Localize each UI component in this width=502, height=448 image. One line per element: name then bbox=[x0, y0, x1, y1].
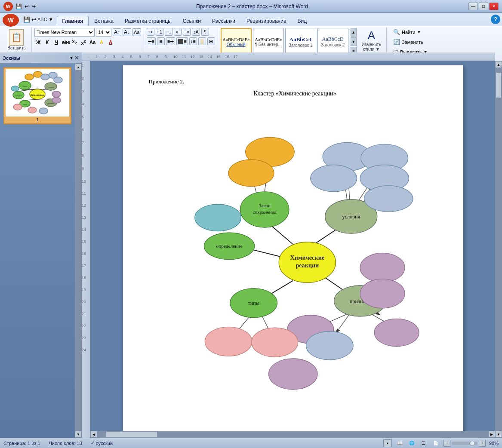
change-styles-icon: A bbox=[368, 29, 375, 42]
vscroll-down-button[interactable]: ▼ bbox=[495, 431, 502, 438]
help-button[interactable]: ? bbox=[491, 15, 500, 24]
svg-point-67 bbox=[310, 165, 357, 192]
font-name-select[interactable]: Times New Roman bbox=[34, 28, 95, 37]
clear-format-button[interactable]: Aa bbox=[132, 28, 141, 36]
tab-mailings[interactable]: Рассылки bbox=[206, 16, 241, 26]
language-label: русский bbox=[96, 441, 113, 446]
horizontal-scrollbar[interactable]: ◀ ▶ bbox=[90, 431, 495, 438]
font-color-button[interactable]: A bbox=[107, 38, 114, 46]
svg-point-77 bbox=[268, 359, 317, 390]
bold-button[interactable]: Ж bbox=[34, 38, 42, 46]
tab-home[interactable]: Главная bbox=[57, 16, 89, 26]
styles-scroll-up[interactable]: ▲ bbox=[351, 28, 357, 37]
quick-access-undo[interactable]: ↩ bbox=[25, 3, 29, 9]
align-left-button[interactable]: ⬅≡ bbox=[147, 37, 156, 45]
view-reading-button[interactable]: 📖 bbox=[395, 439, 404, 447]
thumbnail-container[interactable]: Хим.реакции Закон условия определ. типы … bbox=[3, 67, 71, 124]
office-button[interactable]: W bbox=[3, 14, 19, 27]
view-normal-button[interactable]: ▪ bbox=[383, 439, 392, 447]
page-title-text: Кластер «Химические реакции» bbox=[149, 90, 441, 97]
justify-button[interactable]: ⬛≡ bbox=[176, 37, 188, 45]
paste-icon: 📋 bbox=[9, 29, 24, 46]
tab-view[interactable]: Вид bbox=[292, 16, 313, 26]
underline-button[interactable]: Ч bbox=[52, 38, 60, 46]
svg-text:определ.: определ. bbox=[15, 95, 22, 97]
sort-button[interactable]: ↕A bbox=[192, 28, 200, 36]
style-heading2-preview: AaBbCcD bbox=[322, 36, 344, 43]
save-button[interactable]: 💾 bbox=[23, 16, 30, 23]
style-heading1-label: Заголовок 1 bbox=[289, 43, 312, 48]
view-outline-button[interactable]: ☰ bbox=[419, 439, 428, 447]
page-status: Страница: 1 из 1 bbox=[3, 441, 40, 446]
paste-label: Вставить bbox=[7, 46, 25, 50]
hscroll-right-button[interactable]: ▶ bbox=[488, 431, 495, 438]
sidebar-scrollbar[interactable]: ▲ ▼ bbox=[75, 64, 82, 438]
svg-point-70 bbox=[360, 253, 405, 282]
svg-point-19 bbox=[52, 97, 61, 103]
zoom-slider[interactable]: − + bbox=[443, 440, 486, 447]
abc-button[interactable]: ABC bbox=[37, 17, 47, 22]
sidebar-close-button[interactable]: ✕ bbox=[74, 55, 79, 61]
show-marks-button[interactable]: ¶ bbox=[201, 28, 209, 36]
tab-insert[interactable]: Вставка bbox=[89, 16, 119, 26]
svg-text:Закон: Закон bbox=[259, 203, 270, 208]
tab-references[interactable]: Ссылки bbox=[177, 16, 206, 26]
vertical-scrollbar[interactable]: ▲ ▼ bbox=[495, 61, 502, 438]
tab-review[interactable]: Рецензирование bbox=[241, 16, 292, 26]
replace-button[interactable]: 🔄 Заменить bbox=[391, 38, 425, 46]
subscript-button[interactable]: x2 bbox=[71, 38, 78, 46]
vscroll-thumb[interactable] bbox=[496, 72, 502, 98]
align-center-button[interactable]: ≡ bbox=[157, 37, 165, 45]
find-button[interactable]: 🔍 Найти ▼ bbox=[391, 28, 423, 36]
superscript-button[interactable]: x2 bbox=[80, 38, 87, 46]
style-no-spacing[interactable]: AaBbCcDdEe ¶ Без интер... bbox=[253, 28, 284, 55]
view-draft-button[interactable]: 📄 bbox=[431, 439, 440, 447]
hscroll-track bbox=[97, 431, 488, 438]
view-web-button[interactable]: 🌐 bbox=[407, 439, 416, 447]
strikethrough-button[interactable]: abc bbox=[62, 38, 69, 46]
vscroll-up-button[interactable]: ▲ bbox=[495, 61, 502, 68]
sidebar-scroll-up[interactable]: ▲ bbox=[75, 64, 82, 71]
style-heading1[interactable]: AaBbCcI Заголовок 1 bbox=[285, 28, 316, 55]
numbering-button[interactable]: ≡1 bbox=[156, 28, 164, 36]
styles-scroll-down[interactable]: ▼ bbox=[351, 37, 357, 46]
decrease-indent-button[interactable]: ⇤ bbox=[174, 28, 182, 36]
font-grow-button[interactable]: A↑ bbox=[113, 28, 121, 36]
sidebar-scroll-down[interactable]: ▼ bbox=[75, 431, 82, 438]
line-spacing-button[interactable]: ↕≡ bbox=[189, 37, 197, 45]
svg-point-64 bbox=[194, 204, 241, 231]
style-heading2[interactable]: AaBbCcD Заголовок 2 bbox=[317, 28, 348, 55]
multilevel-button[interactable]: ≡↓ bbox=[165, 28, 172, 36]
zoom-out-button[interactable]: − bbox=[443, 440, 450, 447]
font-shrink-button[interactable]: A↓ bbox=[123, 28, 131, 36]
sidebar-content: Хим.реакции Закон условия определ. типы … bbox=[0, 64, 82, 128]
style-normal[interactable]: AaBbCcDdEe Обычный bbox=[221, 28, 252, 55]
font-size-select[interactable]: 14 bbox=[96, 28, 111, 37]
undo-button[interactable]: ↩ bbox=[31, 16, 36, 23]
zoom-thumb[interactable] bbox=[470, 441, 475, 446]
status-bar: Страница: 1 из 1 Число слов: 13 ✓ русски… bbox=[0, 438, 502, 448]
italic-button[interactable]: К bbox=[43, 38, 51, 46]
paste-button[interactable]: 📋 Вставить bbox=[4, 28, 28, 52]
bullets-button[interactable]: ≡• bbox=[147, 28, 154, 36]
close-button[interactable]: ✕ bbox=[489, 3, 499, 10]
sidebar-header: Эскизы ▼ ✕ bbox=[0, 52, 82, 64]
tab-layout[interactable]: Разметка страницы bbox=[119, 16, 177, 26]
increase-indent-button[interactable]: ⇥ bbox=[183, 28, 191, 36]
shading-button[interactable]: ▒ bbox=[198, 37, 206, 45]
maximize-button[interactable]: □ bbox=[479, 3, 488, 10]
highlight-button[interactable]: A bbox=[98, 38, 105, 46]
borders-button[interactable]: ⊞ bbox=[207, 37, 215, 45]
style-no-spacing-label: ¶ Без интер... bbox=[255, 42, 282, 47]
hscroll-left-button[interactable]: ◀ bbox=[90, 431, 97, 438]
align-right-button[interactable]: ≡➡ bbox=[166, 37, 175, 45]
minimize-button[interactable]: — bbox=[468, 3, 478, 10]
replace-icon: 🔄 bbox=[393, 39, 400, 45]
quick-access-save[interactable]: 💾 bbox=[15, 3, 22, 9]
sidebar-dropdown[interactable]: ▼ bbox=[69, 55, 74, 60]
hscroll-thumb[interactable] bbox=[106, 431, 157, 437]
more-button[interactable]: ▼ bbox=[49, 17, 53, 22]
quick-access-redo[interactable]: ↪ bbox=[31, 3, 36, 9]
text-effects-button[interactable]: Aa bbox=[89, 38, 96, 46]
zoom-in-button[interactable]: + bbox=[479, 440, 486, 447]
